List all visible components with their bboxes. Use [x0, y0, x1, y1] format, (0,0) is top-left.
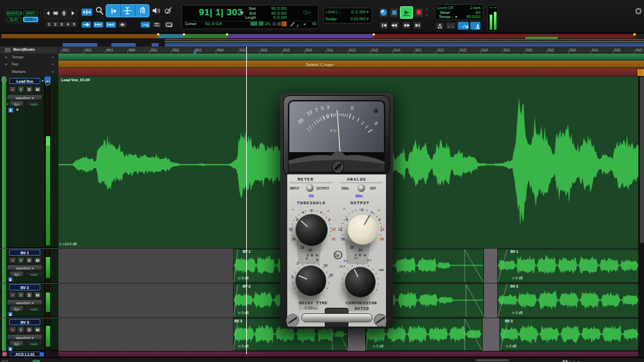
- svg-text:♩♩: ♩♩: [448, 24, 456, 28]
- svg-text:♪: ♪: [296, 23, 299, 28]
